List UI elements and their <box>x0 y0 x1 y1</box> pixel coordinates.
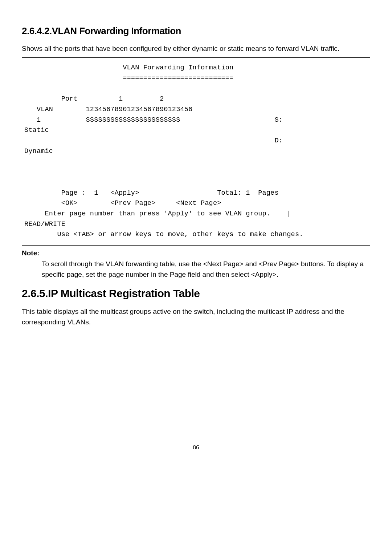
terminal-mode: READ/WRITE <box>24 220 65 228</box>
terminal-pre: VLAN Forwarding Information ============… <box>24 63 368 240</box>
terminal-title: VLAN Forwarding Information <box>24 64 233 72</box>
note-body-text: To scroll through the VLAN forwarding ta… <box>42 259 370 280</box>
section-intro-ip-multicast: This table displays all the multicast gr… <box>22 306 370 328</box>
terminal-hint: Use <TAB> or arrow keys to move, other k… <box>24 231 303 238</box>
section-intro-vlan-forwarding: Shows all the ports that have been confi… <box>22 43 370 54</box>
page-number: 86 <box>22 444 370 451</box>
terminal-static-legend: Static <box>24 126 49 134</box>
terminal-port-header: Port 1 2 <box>24 95 164 103</box>
terminal-pager-line: Page : 1 <Apply> Total: 1 Pages <box>24 189 279 197</box>
section-heading-vlan-forwarding: 2.6.4.2.VLAN Forwarding Information <box>22 25 370 37</box>
terminal-vlan-row: 1 SSSSSSSSSSSSSSSSSSSSSSS S: <box>24 116 283 124</box>
terminal-dynamic-legend: Dynamic <box>24 147 53 155</box>
section-heading-ip-multicast: 2.6.5.IP Multicast Registration Table <box>22 287 370 300</box>
note-label: Note: <box>22 249 370 257</box>
terminal-nav-line: <OK> <Prev Page> <Next Page> <box>24 199 221 207</box>
terminal-instruction: Enter page number than press 'Apply' to … <box>24 210 291 218</box>
terminal-vlan-header: VLAN 12345678901234567890123456 <box>24 106 192 113</box>
terminal-divider: =========================== <box>24 74 233 82</box>
terminal-output-vlan-forwarding: VLAN Forwarding Information ============… <box>22 57 370 245</box>
